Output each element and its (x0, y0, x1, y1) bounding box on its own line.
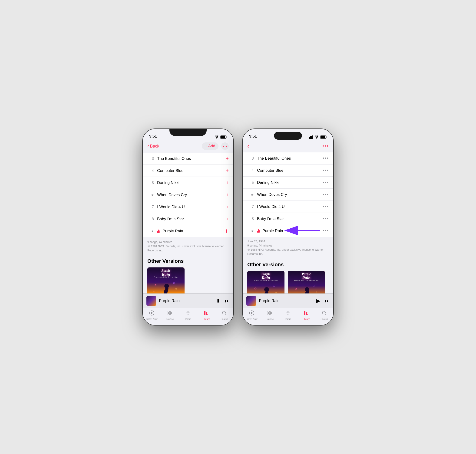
now-playing-2[interactable]: Purple Rain ▶ ⏭ (243, 294, 333, 308)
tab-radio-1[interactable]: Radio (179, 310, 197, 320)
other-versions-title-2: Other Versions (247, 262, 329, 268)
song-title-baby-2: Baby I'm a Star (257, 217, 323, 221)
back-button-1[interactable]: ‹ Back (147, 143, 159, 149)
skip-button-1[interactable]: ⏭ (225, 298, 230, 304)
add-button-1[interactable]: + Add (202, 143, 218, 150)
tab-search-1[interactable]: Search (215, 310, 233, 320)
tab-radio-2[interactable]: Radio (279, 310, 297, 320)
album-art-2-1: PurpleRain Prince and the Revolution (247, 271, 284, 294)
skip-button-2[interactable]: ⏭ (325, 298, 330, 304)
song-list-scroll-1[interactable]: 3 The Beautiful Ones + 4 Computer Blue +… (143, 153, 233, 294)
now-playing-1[interactable]: Purple Rain ⏸ ⏭ (143, 294, 233, 308)
svg-rect-28 (312, 136, 313, 139)
add-song-computer[interactable]: + (226, 168, 229, 174)
song-num2-4: 4 (247, 168, 254, 173)
album-grid-2[interactable]: PurpleRain Prince and the Revolution (247, 271, 329, 294)
add-song-darling[interactable]: + (226, 180, 229, 186)
nav-actions-1: + Add ··· (202, 143, 229, 150)
add-song-beautiful[interactable]: + (226, 156, 229, 162)
add-song-die[interactable]: + (226, 204, 229, 210)
song-item-1-4[interactable]: 4 Computer Blue + (143, 165, 233, 177)
svg-rect-63 (304, 311, 305, 315)
more-song-computer-2[interactable]: ••• (323, 168, 329, 173)
album-card-2-2[interactable]: PurpleRain Prince and the Revolution (288, 271, 325, 294)
svg-point-40 (264, 287, 269, 292)
song-list-1: 3 The Beautiful Ones + 4 Computer Blue +… (143, 153, 233, 237)
album-card-2-1[interactable]: PurpleRain Prince and the Revolution (247, 271, 284, 294)
svg-text:✿: ✿ (273, 285, 275, 288)
song-list-scroll-2[interactable]: 3 The Beautiful Ones ••• 4 Computer Blue… (243, 152, 333, 294)
song-item-2-4[interactable]: 4 Computer Blue ••• (243, 165, 333, 177)
more-song-beautiful-2[interactable]: ••• (323, 156, 329, 161)
tab-label-library-1: Library (203, 318, 210, 320)
other-versions-1: Other Versions PurpleRain Prince and the… (143, 254, 233, 294)
battery-icon (220, 136, 227, 139)
now-playing-thumb-1 (146, 296, 156, 306)
svg-rect-26 (310, 136, 311, 139)
tab-label-browse-1: Browse (166, 318, 174, 320)
add-song-baby[interactable]: + (226, 216, 229, 222)
song-item-1-3[interactable]: 3 The Beautiful Ones + (143, 153, 233, 165)
tab-label-radio-1: Radio (185, 318, 191, 320)
more-button-1[interactable]: ··· (221, 143, 229, 150)
back-label-1: Back (150, 144, 159, 149)
tab-library-1[interactable]: Library (197, 310, 215, 320)
now-playing-controls-2[interactable]: ▶ ⏭ (316, 298, 330, 304)
svg-rect-30 (326, 136, 327, 138)
tab-browse-2[interactable]: Browse (261, 310, 279, 320)
song-item-1-5[interactable]: 5 Darling Nikki + (143, 177, 233, 189)
tab-search-2[interactable]: Search (315, 310, 333, 320)
art-title-2-2: PurpleRain (288, 272, 325, 280)
album-card-1-1[interactable]: PurpleRain Prince and the Revolution (147, 267, 184, 294)
svg-text:✿: ✿ (154, 283, 157, 287)
play-button-2[interactable]: ▶ (316, 298, 320, 304)
svg-rect-60 (268, 313, 269, 315)
more-song-darling-2[interactable]: ••• (323, 180, 329, 185)
purple-rain-row-container: ★ Purple Rain ••• (243, 225, 333, 237)
art-title-2-1: PurpleRain (247, 272, 284, 280)
arrow-annotation (283, 226, 321, 236)
add-button-2[interactable]: + (315, 143, 319, 149)
notch (169, 129, 207, 136)
song-item-1-purple[interactable]: ★ Purple Rain ⬇ (143, 225, 233, 237)
album-grid-1[interactable]: PurpleRain Prince and the Revolution (147, 267, 229, 294)
download-icon-purple[interactable]: ⬇ (225, 228, 229, 234)
song-title-baby: Baby I'm a Star (157, 217, 226, 221)
tab-listen-now-2[interactable]: Listen Now (243, 310, 261, 320)
song-item-2-6[interactable]: ★ When Doves Cry ••• (243, 189, 333, 201)
more-song-baby-2[interactable]: ••• (323, 216, 329, 221)
more-song-die-2[interactable]: ••• (323, 204, 329, 209)
tab-listen-now-1[interactable]: Listen Now (143, 310, 161, 320)
tab-library-2[interactable]: Library (297, 310, 315, 320)
playing-indicator-1 (157, 230, 160, 233)
song-item-2-8[interactable]: 8 Baby I'm a Star ••• (243, 213, 333, 225)
song-item-1-7[interactable]: 7 I Would Die 4 U + (143, 201, 233, 213)
song-item-2-3[interactable]: 3 The Beautiful Ones ••• (243, 152, 333, 165)
svg-text:✿: ✿ (153, 290, 155, 292)
song-num-7: 7 (147, 205, 154, 209)
song-item-1-8[interactable]: 8 Baby I'm a Star + (143, 213, 233, 225)
tab-browse-1[interactable]: Browse (161, 310, 179, 320)
tab-label-listen-2: Listen Now (246, 318, 257, 320)
svg-text:✿: ✿ (316, 291, 317, 294)
song-item-2-7[interactable]: 7 I Would Die 4 U ••• (243, 201, 333, 213)
song-num2-8: 8 (247, 217, 254, 221)
more-song-purple-2[interactable]: ••• (323, 228, 329, 233)
add-song-doves[interactable]: + (226, 192, 229, 198)
song-title-beautiful: The Beautiful Ones (157, 156, 226, 161)
svg-rect-1 (226, 136, 227, 138)
dynamic-island (274, 132, 302, 140)
svg-rect-27 (311, 136, 312, 139)
now-playing-controls-1[interactable]: ⏸ ⏭ (215, 298, 230, 304)
song-num-3: 3 (147, 157, 154, 161)
song-item-1-6[interactable]: ★ When Doves Cry + (143, 189, 233, 201)
svg-marker-15 (151, 312, 153, 314)
tab-label-browse-2: Browse (266, 318, 274, 320)
more-song-doves-2[interactable]: ••• (323, 192, 329, 197)
more-button-2[interactable]: ••• (322, 143, 329, 149)
now-playing-title-1: Purple Rain (159, 299, 212, 303)
pause-button-1[interactable]: ⏸ (215, 298, 220, 304)
svg-point-65 (322, 311, 325, 314)
song-item-2-5[interactable]: 5 Darling Nikki ••• (243, 177, 333, 189)
back-button-2[interactable]: ‹ (247, 143, 249, 150)
